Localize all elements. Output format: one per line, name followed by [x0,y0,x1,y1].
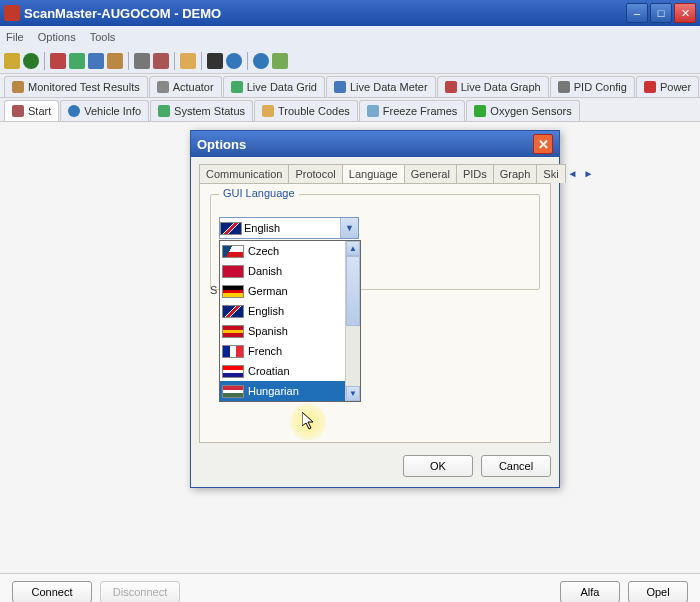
options-dialog: Options ✕ Communication Protocol Languag… [190,130,560,488]
flag-icon [220,222,242,235]
label: Live Data Grid [247,81,317,93]
tab-pids[interactable]: PIDs [456,164,494,183]
option-label: Hungarian [248,385,314,397]
ok-button[interactable]: OK [403,455,473,477]
tab-system-status[interactable]: System Status [150,100,253,121]
grid-icon [231,81,243,93]
close-button[interactable]: ✕ [674,3,696,23]
language-option[interactable]: English [220,301,360,321]
info-icon[interactable] [226,53,242,69]
dropdown-scrollbar[interactable]: ▲ ▼ [345,241,360,401]
language-option[interactable]: Hungarian [220,381,360,401]
label: Monitored Test Results [28,81,140,93]
alfa-button[interactable]: Alfa [560,581,620,602]
scroll-up-button[interactable]: ▲ [346,241,360,256]
language-dropdown: ▲ ▼ CzechDanishGermanEnglishSpanishFrenc… [219,240,361,402]
window-icon[interactable] [207,53,223,69]
label: Freeze Frames [383,105,458,117]
label: Oxygen Sensors [490,105,571,117]
separator [174,52,175,70]
language-option[interactable]: German [220,281,360,301]
tab-freeze-frames[interactable]: Freeze Frames [359,100,466,121]
gear-icon [12,81,24,93]
language-option[interactable]: Danish [220,261,360,281]
freeze-icon [367,105,379,117]
tabs-left-arrow[interactable]: ◄ [565,166,581,181]
tool2-icon[interactable] [153,53,169,69]
chevron-down-icon[interactable]: ▼ [340,218,358,238]
tab-general[interactable]: General [404,164,457,183]
tab-vehicle-info[interactable]: Vehicle Info [60,100,149,121]
language-option[interactable]: French [220,341,360,361]
label: Vehicle Info [84,105,141,117]
language-option[interactable]: Spanish [220,321,360,341]
connect-button[interactable]: Connect [12,581,92,602]
tab-oxygen-sensors[interactable]: Oxygen Sensors [466,100,579,121]
config-icon [558,81,570,93]
label: Live Data Graph [461,81,541,93]
toolbar-icon[interactable] [4,53,20,69]
tab-live-meter[interactable]: Live Data Meter [326,76,436,97]
tab-live-graph[interactable]: Live Data Graph [437,76,549,97]
tab-communication[interactable]: Communication [199,164,289,183]
grid4-icon[interactable] [107,53,123,69]
home-icon [12,105,24,117]
tab-start[interactable]: Start [4,100,59,121]
tab-graph[interactable]: Graph [493,164,538,183]
dialog-tabs: Communication Protocol Language General … [191,157,559,183]
maximize-button[interactable]: □ [650,3,672,23]
minimize-button[interactable]: – [626,3,648,23]
flag-icon [222,345,244,358]
grid-icon[interactable] [50,53,66,69]
language-combobox[interactable]: English ▼ ▲ ▼ CzechDanishGermanEnglishSp… [219,217,359,239]
power-icon [644,81,656,93]
language-option[interactable]: Czech [220,241,360,261]
toolbar [0,48,700,74]
side-label: S [210,284,217,296]
flag-icon [222,325,244,338]
tab-trouble-codes[interactable]: Trouble Codes [254,100,358,121]
folder-icon[interactable] [180,53,196,69]
label: Power [660,81,691,93]
app-icon [4,5,20,21]
info2-icon[interactable] [253,53,269,69]
flag-icon [222,385,244,398]
warning-icon [262,105,274,117]
book-icon[interactable] [272,53,288,69]
feature-tabs: Monitored Test Results Actuator Live Dat… [0,74,700,98]
option-label: English [248,305,299,317]
tool-icon[interactable] [134,53,150,69]
menu-file[interactable]: File [6,31,24,43]
flag-icon [222,265,244,278]
separator [44,52,45,70]
scroll-thumb[interactable] [346,256,360,326]
gui-language-label: GUI Language [219,187,299,199]
language-option[interactable]: Croatian [220,361,360,381]
graph-icon [445,81,457,93]
tab-actuator[interactable]: Actuator [149,76,222,97]
tabs-right-arrow[interactable]: ► [580,166,596,181]
tab-live-grid[interactable]: Live Data Grid [223,76,325,97]
window-title: ScanMaster-AUGOCOM - DEMO [24,6,624,21]
menu-options[interactable]: Options [38,31,76,43]
grid2-icon[interactable] [69,53,85,69]
bottom-buttons: Connect Disconnect Alfa Opel [0,574,700,602]
window-titlebar: ScanMaster-AUGOCOM - DEMO – □ ✕ [0,0,700,26]
scroll-down-button[interactable]: ▼ [346,386,360,401]
grid3-icon[interactable] [88,53,104,69]
tab-power[interactable]: Power [636,76,699,97]
opel-button[interactable]: Opel [628,581,688,602]
option-label: Czech [248,245,294,257]
tab-pid-config[interactable]: PID Config [550,76,635,97]
globe-icon[interactable] [23,53,39,69]
label: Actuator [173,81,214,93]
tab-ski[interactable]: Ski [536,164,565,183]
tab-monitored[interactable]: Monitored Test Results [4,76,148,97]
actuator-icon [157,81,169,93]
cancel-button[interactable]: Cancel [481,455,551,477]
tab-protocol[interactable]: Protocol [288,164,342,183]
dialog-close-button[interactable]: ✕ [533,134,553,154]
menu-tools[interactable]: Tools [90,31,116,43]
gui-language-fieldset: GUI Language English ▼ ▲ ▼ CzechDanishGe… [210,194,540,290]
tab-language[interactable]: Language [342,164,405,184]
